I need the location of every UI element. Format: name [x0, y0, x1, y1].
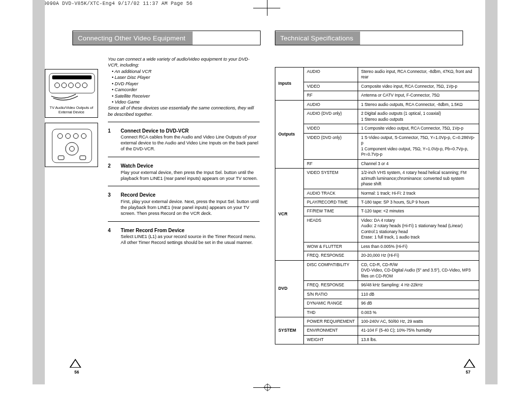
table-row: DYNAMIC RANGE96 dB [275, 299, 479, 308]
table-row: HEADSVideo: DA 4 rotary Audio: 2 rotary … [275, 216, 479, 242]
table-row: RFAntenna or CATV Input, F-Connector, 75… [275, 91, 479, 100]
title-box-left: Connecting Other Video Equipment [72, 31, 261, 45]
diagram-caption: TV Audio/Video Outputs of External Devic… [48, 105, 95, 114]
page-number: 57 [466, 370, 470, 375]
step-2: 2Watch DevicePlay your external device, … [108, 163, 260, 186]
table-row: RFChannel 3 or 4 [275, 159, 479, 168]
page-right: Technical Specifications InputsAUDIOSter… [265, 22, 485, 385]
registration-mark-top [262, 4, 272, 14]
table-row: FF/REW TIMET-120 tape: <2 minutes [275, 207, 479, 216]
table-row: ENVIRONMENT41-104 F (5-40 C); 10%-75% hu… [275, 326, 479, 335]
svg-rect-4 [52, 75, 92, 79]
table-row: OutputsAUDIO1 Stereo audio outputs, RCA … [275, 100, 479, 109]
table-row: AUDIO TRACKNormal: 1 track; Hi-Fi: 2 tra… [275, 189, 479, 198]
page-title: Connecting Other Video Equipment [73, 32, 193, 45]
page-number: 56 [74, 370, 79, 375]
table-row: SYSTEMPOWER REQUIREMENT100-240V AC, 50/6… [275, 317, 479, 326]
table-row: AUDIO (DVD only)2 Digital audio outputs … [275, 109, 479, 124]
table-row: THD0.003 % [275, 308, 479, 317]
table-row: FREQ. RESPONSE20-20,000 Hz (Hi-Fi) [275, 251, 479, 260]
step-1: 1Connect Device to DVD-VCRConnect RCA ca… [108, 128, 260, 157]
intro-text: You can connect a wide variety of audio/… [108, 56, 260, 117]
grey-bleed-right [485, 0, 498, 384]
table-row: FREQ. RESPONSE96/48 kHz Sampling: 4 Hz-2… [275, 281, 479, 290]
specifications-table: InputsAUDIOStereo audio input, RCA Conne… [275, 67, 479, 344]
page-title: Technical Specifications [275, 32, 360, 45]
step-4: 4Timer Record From DeviceSelect LINE1 (L… [108, 227, 260, 246]
triangle-ornament [69, 359, 81, 368]
table-row: VIDEOComposite video input, RCA Connecto… [275, 82, 479, 91]
diagram-rear-panel: TV Audio/Video Outputs of External Devic… [45, 69, 98, 118]
table-row: PLAY/RECORD TIMET-180 tape: SP 3 hours, … [275, 198, 479, 206]
step-3: 3Record DeviceFirst, play your external … [108, 192, 260, 221]
table-row: VCRVIDEO SYSTEM1/2-inch VHS system, 4 ro… [275, 169, 479, 189]
grey-bleed-left [33, 0, 45, 384]
table-row: InputsAUDIOStereo audio input, RCA Conne… [275, 68, 479, 82]
triangle-ornament [464, 359, 475, 368]
crop-mark-text: 00090A DVD-V85K/XTC-Eng4 9/17/02 11:37 A… [40, 1, 193, 6]
table-row: WOW & FLUTTERLess than 0.005% (Hi-Fi) [275, 242, 479, 251]
registration-mark-bottom [262, 388, 272, 401]
table-row: VIDEO (DVD only)1 S-Video output, S-Conn… [275, 133, 479, 159]
table-row: DVDDISC COMPATIBILITYCD, CD-R, CD-R/W DV… [275, 260, 479, 280]
title-box-right: Technical Specifications [275, 31, 463, 45]
page-left: Connecting Other Video Equipment TV Audi… [45, 22, 265, 385]
table-row: S/N RATIO110 dB [275, 290, 479, 299]
diagram-remote [45, 123, 98, 167]
table-row: WEIGHT13.8 lbs. [275, 335, 479, 344]
table-row: VIDEO1 Composite video output, RCA Conne… [275, 124, 479, 133]
